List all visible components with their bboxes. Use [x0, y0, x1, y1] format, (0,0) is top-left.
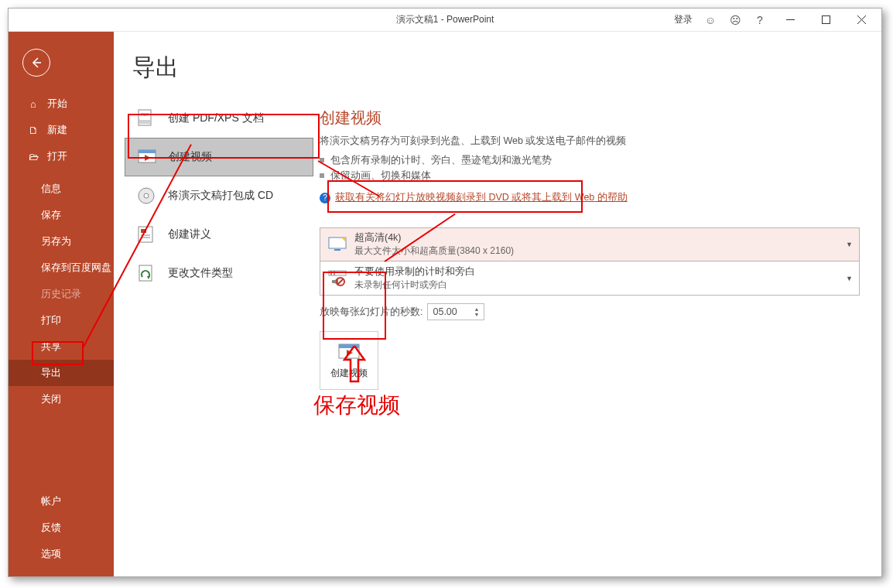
sidebar-item-info[interactable]: 信息 — [9, 176, 114, 202]
seconds-value: 05.00 — [433, 306, 457, 317]
sidebar-item-new[interactable]: 🗋 新建 — [9, 117, 114, 143]
quality-title: 超高清(4k) — [354, 231, 514, 244]
sidebar-item-options[interactable]: 选项 — [9, 541, 114, 567]
create-button-label: 创建视频 — [330, 367, 368, 380]
svg-rect-20 — [334, 249, 340, 251]
video-icon — [136, 146, 158, 168]
timing-dropdown[interactable]: 不要使用录制的计时和旁白 未录制任何计时或旁白 ▼ — [320, 262, 860, 296]
filetype-icon — [135, 262, 157, 284]
svg-point-12 — [144, 193, 149, 198]
home-icon: ⌂ — [27, 98, 39, 110]
minimize-button[interactable] — [775, 9, 806, 31]
pdf-icon: PDF — [135, 108, 157, 129]
seconds-label: 放映每张幻灯片的秒数: — [320, 306, 423, 319]
sidebar-item-label: 信息 — [41, 183, 61, 196]
back-button[interactable] — [22, 49, 50, 77]
sidebar-item-home[interactable]: ⌂ 开始 — [9, 91, 114, 117]
face-smile-icon[interactable]: ☺ — [700, 10, 720, 30]
new-icon: 🗋 — [27, 125, 39, 136]
sidebar-item-print[interactable]: 打印 — [9, 307, 114, 333]
sidebar-item-label: 历史记录 — [41, 288, 81, 301]
svg-text:PDF: PDF — [141, 112, 149, 117]
detail-bullet: 包含所有录制的计时、旁白、墨迹笔划和激光笔势 — [320, 152, 860, 168]
svg-rect-24 — [334, 271, 335, 275]
maximize-button[interactable] — [810, 9, 841, 31]
close-button[interactable] — [846, 9, 877, 31]
sidebar-item-label: 保存 — [41, 209, 61, 222]
handout-icon — [135, 224, 157, 245]
sidebar-item-label: 选项 — [41, 548, 61, 561]
window-title: 演示文稿1 - PowerPoint — [396, 13, 494, 26]
svg-rect-9 — [139, 150, 156, 153]
login-link[interactable]: 登录 — [671, 13, 696, 26]
open-icon: 🗁 — [27, 151, 39, 162]
chevron-down-icon: ▼ — [846, 275, 853, 282]
sidebar-item-account[interactable]: 帐户 — [9, 488, 114, 514]
svg-line-27 — [338, 279, 344, 284]
export-item-handout[interactable]: 创建讲义 — [125, 215, 313, 254]
face-sad-icon[interactable]: ☹ — [725, 10, 745, 30]
sidebar-item-close[interactable]: 关闭 — [9, 386, 114, 412]
svg-rect-23 — [330, 271, 332, 275]
export-item-filetype[interactable]: 更改文件类型 — [125, 254, 313, 292]
annotation-text: 保存视频 — [313, 391, 400, 420]
export-item-label: 创建讲义 — [168, 227, 211, 241]
detail-bullet: 保留动画、切换和媒体 — [320, 168, 860, 183]
monitor-icon — [327, 234, 348, 255]
sidebar-item-baidu[interactable]: 保存到百度网盘 — [9, 255, 114, 281]
export-item-cd[interactable]: 将演示文稿打包成 CD — [125, 176, 313, 215]
svg-rect-1 — [822, 16, 830, 24]
sidebar-item-saveas[interactable]: 另存为 — [9, 228, 114, 255]
sidebar-item-label: 反馈 — [41, 521, 61, 535]
sidebar-item-label: 保存到百度网盘 — [41, 262, 111, 275]
help-link[interactable]: 获取有关将幻灯片放映视频刻录到 DVD 或将其上载到 Web 的帮助 — [335, 191, 628, 204]
sidebar-item-label: 开始 — [47, 97, 67, 111]
svg-rect-6 — [139, 120, 150, 124]
export-item-label: 创建视频 — [169, 150, 212, 164]
sidebar-item-history: 历史记录 — [9, 281, 114, 307]
export-item-label: 将演示文稿打包成 CD — [168, 189, 273, 203]
sidebar-item-save[interactable]: 保存 — [9, 202, 114, 228]
sidebar-item-label: 帐户 — [41, 495, 61, 508]
sidebar-item-label: 导出 — [41, 367, 61, 380]
page-title: 导出 — [125, 52, 313, 84]
video-icon — [337, 342, 361, 362]
svg-rect-14 — [141, 229, 146, 233]
sidebar-item-label: 打印 — [41, 314, 61, 327]
chevron-down-icon: ▼ — [846, 241, 853, 248]
sidebar-item-label: 另存为 — [41, 235, 71, 248]
svg-rect-29 — [339, 344, 359, 348]
timing-title: 不要使用录制的计时和旁白 — [354, 265, 475, 279]
detail-desc: 将演示文稿另存为可刻录到光盘、上载到 Web 或发送电子邮件的视频 — [320, 135, 860, 148]
help-icon[interactable]: ? — [750, 10, 770, 30]
timing-sub: 未录制任何计时或旁白 — [354, 279, 475, 292]
spinner-buttons[interactable]: ▲▼ — [474, 306, 480, 317]
sidebar-item-label: 打开 — [47, 149, 67, 163]
sidebar-item-export[interactable]: 导出 — [9, 360, 114, 386]
quality-sub: 最大文件大小和超高质量(3840 x 2160) — [354, 244, 514, 258]
cd-icon — [135, 185, 157, 207]
create-video-button[interactable]: 创建视频 — [320, 331, 378, 390]
detail-heading: 创建视频 — [320, 108, 860, 128]
sidebar-item-label: 共享 — [41, 340, 61, 354]
no-audio-icon — [327, 268, 348, 289]
quality-dropdown[interactable]: 超高清(4k) 最大文件大小和超高质量(3840 x 2160) ▼ — [320, 227, 860, 262]
sidebar-item-share[interactable]: 共享 — [9, 333, 114, 360]
sidebar-item-open[interactable]: 🗁 打开 — [9, 143, 114, 169]
sidebar-item-feedback[interactable]: 反馈 — [9, 514, 114, 541]
export-item-label: 创建 PDF/XPS 文档 — [168, 111, 264, 125]
export-item-label: 更改文件类型 — [168, 266, 233, 280]
seconds-input[interactable]: 05.00 ▲▼ — [427, 303, 484, 320]
export-item-pdf[interactable]: PDF 创建 PDF/XPS 文档 — [125, 99, 313, 138]
sidebar-item-label: 新建 — [47, 123, 67, 137]
info-icon: ? — [320, 193, 330, 203]
export-item-video[interactable]: 创建视频 — [125, 138, 313, 176]
sidebar-item-label: 关闭 — [41, 393, 61, 406]
